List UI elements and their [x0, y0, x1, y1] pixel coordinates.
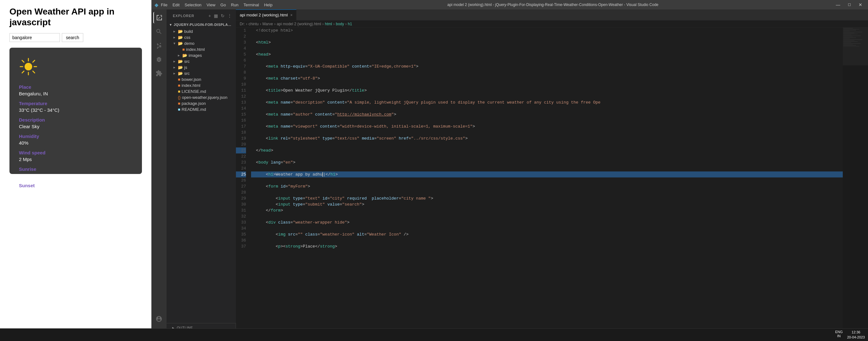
breadcrumb-user[interactable]: chintu [249, 22, 259, 26]
humidity-value: 40% [19, 140, 132, 146]
temperature-value: 33°C (32°C - 34°C) [19, 107, 132, 113]
sunrise-label: Sunrise [19, 166, 132, 172]
menu-go[interactable]: Go [220, 2, 226, 7]
tree-root-item[interactable]: ▼ JQUERY-PLUGIN-FOR-DISPLA... [166, 21, 236, 28]
breadcrumb-sep: › [322, 22, 323, 26]
line-numbers: 12345 678910 1112131415 1617181920 21222… [236, 27, 249, 334]
tree-item-build[interactable]: ► 📂 build [166, 28, 236, 34]
search-form[interactable]: search [9, 33, 142, 42]
place-label: Place [19, 84, 132, 90]
editor-area[interactable]: 12345 678910 1112131415 1617181920 21222… [236, 27, 868, 341]
code-line-37: <p><strong>Place</strong> [251, 244, 843, 250]
breadcrumb-html[interactable]: html [325, 22, 332, 26]
place-value: Bengaluru, IN [19, 90, 132, 97]
sunset-row: Sunset 6:32 PM [19, 182, 132, 195]
code-line-31: </form> [251, 207, 843, 214]
breadcrumb-drive[interactable]: Dr: [240, 22, 245, 26]
tree-item-label: build [184, 29, 193, 34]
editor-content[interactable]: 12345 678910 1112131415 1617181920 21222… [236, 27, 868, 334]
minimize-icon[interactable]: — [833, 2, 843, 7]
activity-debug[interactable] [153, 54, 165, 65]
code-line-22 [251, 153, 843, 160]
description-value: Clear Sky [19, 123, 132, 130]
code-line-20 [251, 141, 843, 147]
sidebar-header: EXPLORER + ▦ ↻ ⋮ [166, 9, 236, 21]
menu-edit[interactable]: Edit [173, 2, 180, 7]
humidity-label: Humidity [19, 133, 132, 140]
tab-bar: api model 2 (working).html × [236, 9, 868, 21]
tree-item-src2[interactable]: ► 📂 src [166, 70, 236, 77]
system-tray: ENGIN 12:36 20-04-2023 [835, 330, 865, 340]
city-input[interactable] [9, 33, 60, 42]
new-folder-icon[interactable]: ▦ [214, 13, 218, 18]
collapse-icon[interactable]: ⋮ [227, 13, 232, 18]
code-line-30: <input type="submit" value="search"> [251, 201, 843, 207]
breadcrumb-project[interactable]: api model 2 (working).html [277, 22, 321, 26]
code-line-17: <meta name="viewport" content="width=dev… [251, 123, 843, 130]
sidebar: EXPLORER + ▦ ↻ ⋮ ▼ JQUERY-PLUGIN-FOR-DIS… [166, 9, 236, 341]
tree-item-css[interactable]: ► 📂 css [166, 34, 236, 40]
tree-item-open-weather-json[interactable]: {} open-weather.jquery.json [166, 94, 236, 101]
code-line-8 [251, 69, 843, 76]
tree-item-label: README.md [182, 107, 206, 112]
place-row: Place Bengaluru, IN [19, 84, 132, 97]
tree-item-images[interactable]: ► 📂 images [166, 52, 236, 58]
svg-line-6 [33, 60, 35, 62]
menu-terminal[interactable]: Terminal [244, 2, 259, 7]
breadcrumb-sep: › [260, 22, 261, 26]
maximize-icon[interactable]: ◻ [845, 2, 854, 7]
search-button[interactable]: search [62, 33, 83, 42]
tree-item-js[interactable]: ► 📂 js [166, 64, 236, 70]
code-line-14 [251, 106, 843, 111]
project-name: JQUERY-PLUGIN-FOR-DISPLA... [174, 23, 231, 27]
tab-close-button[interactable]: × [290, 13, 292, 17]
activity-search[interactable] [153, 26, 165, 37]
sunset-value: 6:32 PM [19, 189, 132, 195]
tree-item-bower-json[interactable]: ■ bower.json [166, 77, 236, 82]
tree-item-label: index.html [182, 83, 200, 88]
breadcrumb-body[interactable]: body [336, 22, 344, 26]
tree-item-label: css [184, 35, 190, 40]
tree-item-label: bower.json [182, 77, 201, 82]
activity-explorer[interactable] [153, 12, 165, 23]
menu-file[interactable]: File [161, 2, 167, 7]
svg-rect-29 [843, 27, 868, 65]
activity-accounts[interactable] [153, 313, 165, 324]
breadcrumb-folder[interactable]: Marve [262, 22, 273, 26]
code-line-3: <html> [251, 39, 843, 46]
svg-line-5 [33, 71, 35, 73]
code-line-19: <link rel="stylesheet" type="text/css" m… [251, 136, 843, 141]
code-line-6 [251, 57, 843, 63]
activity-extensions[interactable] [153, 67, 165, 79]
menu-view[interactable]: View [207, 2, 215, 7]
tree-item-index-html-demo[interactable]: ■ index.html [166, 47, 236, 52]
menu-run[interactable]: Run [231, 2, 239, 7]
window-title: api model 2 (working).html - jQuery-Plug… [275, 2, 831, 7]
new-file-icon[interactable]: + [209, 13, 211, 18]
editor-tab-active[interactable]: api model 2 (working).html × [236, 9, 297, 20]
sun-icon [19, 57, 38, 76]
humidity-row: Humidity 40% [19, 133, 132, 146]
menu-selection[interactable]: Selection [185, 2, 201, 7]
close-icon[interactable]: ✕ [856, 2, 865, 7]
tree-item-license[interactable]: ■ LICENSE.md [166, 88, 236, 94]
tree-item-package-json[interactable]: ■ package.json [166, 101, 236, 106]
code-line-32 [251, 214, 843, 220]
code-line-27: <form id="myForm"> [251, 183, 843, 190]
wind-label: Wind speed [19, 149, 132, 156]
sunrise-value: 6:04 AM [19, 172, 132, 179]
tree-item-src[interactable]: ► 📂 src [166, 58, 236, 64]
breadcrumb-sep: › [333, 22, 335, 26]
tree-item-index-html[interactable]: ■ index.html [166, 82, 236, 88]
code-line-7: <meta http-equiv="X-UA-Compatible" conte… [251, 63, 843, 69]
code-area[interactable]: <!doctype html> <html> <head> <meta http… [249, 27, 843, 334]
vscode-panel: ◆ File Edit Selection View Go Run Termin… [151, 0, 868, 341]
tree-item-demo[interactable]: ▼ 📂 demo [166, 40, 236, 47]
breadcrumb-h1[interactable]: h1 [348, 22, 352, 26]
main-editor: api model 2 (working).html × Dr: › chint… [236, 9, 868, 341]
code-line-1: <!doctype html> [251, 27, 843, 33]
menu-help[interactable]: Help [264, 2, 273, 7]
activity-source-control[interactable] [153, 40, 165, 51]
refresh-icon[interactable]: ↻ [221, 13, 225, 18]
tree-item-readme[interactable]: ■ README.md [166, 106, 236, 112]
